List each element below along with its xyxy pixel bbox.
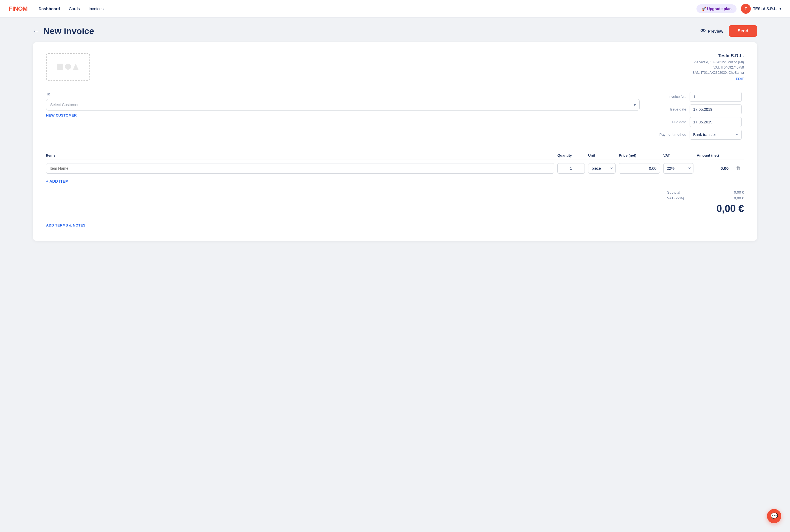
page-title: New invoice: [43, 26, 94, 36]
avatar: T: [741, 4, 751, 14]
eye-icon: 👁: [700, 28, 706, 34]
user-info[interactable]: T TESLA S.R.L. ▾: [741, 4, 781, 14]
item-unit-select[interactable]: piece hour day kg: [588, 163, 616, 174]
svg-point-1: [65, 64, 71, 70]
items-header: Items Quantity Unit Price (net) VAT Amou…: [46, 153, 744, 160]
col-items: Items: [46, 153, 554, 157]
to-label: To: [46, 92, 640, 96]
nav-links: Dashboard Cards Invoices: [38, 6, 104, 11]
item-vat-select[interactable]: 0% 4% 10% 22%: [663, 163, 693, 174]
due-date-input[interactable]: [690, 117, 742, 127]
subtotal-row: Subtotal 0,00 €: [667, 190, 744, 194]
placeholder-icon: [57, 61, 79, 72]
chevron-down-icon: ▾: [779, 7, 781, 11]
add-item-button[interactable]: + ADD ITEM: [46, 179, 69, 184]
col-amount-net: Amount (net): [697, 153, 730, 157]
back-button[interactable]: ←: [33, 27, 39, 35]
preview-button[interactable]: 👁 Preview: [700, 28, 723, 34]
user-name: TESLA S.R.L.: [753, 6, 777, 11]
company-iban: IBAN: IT01LAK2392030, CheBanka: [692, 70, 744, 75]
subtotal-label: Subtotal: [667, 190, 680, 194]
invoice-fields: Invoice No. Issue date Due date Payment …: [651, 92, 744, 142]
invoice-card: Tesla S.R.L. Via Vivaio, 10 - 20122, Mil…: [33, 42, 757, 241]
col-quantity: Quantity: [558, 153, 585, 157]
payment-method-select[interactable]: Bank transfer Cash Credit card PayPal: [690, 130, 742, 139]
item-quantity-input[interactable]: [558, 163, 585, 174]
navbar: FINOM Dashboard Cards Invoices 🚀 Upgrade…: [0, 0, 790, 18]
vat-value: 0,00 €: [734, 196, 744, 200]
navbar-right: 🚀 Upgrade plan T TESLA S.R.L. ▾: [696, 4, 781, 14]
due-date-row: Due date: [651, 117, 744, 127]
nav-dashboard[interactable]: Dashboard: [38, 6, 60, 11]
delete-item-icon[interactable]: 🗑: [733, 165, 744, 171]
item-amount: 0.00: [697, 166, 730, 171]
col-unit: Unit: [588, 153, 616, 157]
preview-label: Preview: [708, 29, 723, 34]
totals-inner: Subtotal 0,00 € VAT (22%) 0,00 € 0,00 €: [667, 190, 744, 214]
payment-method-label: Payment method: [651, 132, 686, 137]
grand-total: 0,00 €: [667, 203, 744, 214]
svg-rect-0: [57, 64, 63, 70]
invoice-mid: To Select Customer ▾ NEW CUSTOMER Invoic…: [46, 92, 744, 142]
terms-notes-link[interactable]: ADD TERMS & NOTES: [46, 223, 86, 227]
chat-button[interactable]: 💬: [767, 509, 781, 523]
new-customer-link[interactable]: NEW CUSTOMER: [46, 113, 640, 117]
nav-invoices[interactable]: Invoices: [89, 6, 104, 11]
logo-upload-area[interactable]: [46, 53, 90, 81]
upgrade-button[interactable]: 🚀 Upgrade plan: [696, 4, 736, 13]
invoice-no-input[interactable]: [690, 92, 742, 102]
payment-method-row: Payment method Bank transfer Cash Credit…: [651, 130, 744, 139]
customer-select[interactable]: Select Customer: [46, 99, 640, 111]
invoice-no-row: Invoice No.: [651, 92, 744, 102]
table-row: piece hour day kg 0% 4% 10% 22% 0.00 🗑: [46, 163, 744, 174]
items-section: Items Quantity Unit Price (net) VAT Amou…: [46, 153, 744, 184]
edit-company-link[interactable]: EDIT: [692, 77, 744, 81]
item-price-input[interactable]: [619, 163, 660, 174]
vat-row: VAT (22%) 0,00 €: [667, 196, 744, 200]
to-section: To Select Customer ▾ NEW CUSTOMER: [46, 92, 640, 142]
company-info: Tesla S.R.L. Via Vivaio, 10 - 20122, Mil…: [692, 53, 744, 81]
company-address: Via Vivaio, 10 - 20122, Milano (MI): [692, 60, 744, 65]
vat-label: VAT (22%): [667, 196, 684, 200]
navbar-left: FINOM Dashboard Cards Invoices: [9, 5, 104, 12]
page-header-right: 👁 Preview Send: [700, 25, 757, 37]
svg-marker-2: [73, 64, 78, 70]
col-price-net: Price (net): [619, 153, 660, 157]
company-name: Tesla S.R.L.: [692, 53, 744, 59]
item-name-input[interactable]: [46, 163, 554, 174]
issue-date-row: Issue date: [651, 104, 744, 114]
brand-logo: FINOM: [9, 5, 27, 12]
send-button[interactable]: Send: [729, 25, 757, 37]
invoice-no-label: Invoice No.: [651, 95, 686, 99]
customer-select-wrapper: Select Customer ▾: [46, 99, 640, 111]
issue-date-input[interactable]: [690, 104, 742, 114]
page-header-left: ← New invoice: [33, 26, 94, 36]
issue-date-label: Issue date: [651, 107, 686, 111]
invoice-top: Tesla S.R.L. Via Vivaio, 10 - 20122, Mil…: [46, 53, 744, 81]
due-date-label: Due date: [651, 120, 686, 124]
subtotal-value: 0,00 €: [734, 190, 744, 194]
chat-icon: 💬: [771, 513, 778, 520]
page-header: ← New invoice 👁 Preview Send: [0, 18, 790, 42]
company-vat: VAT: IT04692740758: [692, 65, 744, 70]
nav-cards[interactable]: Cards: [69, 6, 80, 11]
col-vat: VAT: [663, 153, 693, 157]
totals-section: Subtotal 0,00 € VAT (22%) 0,00 € 0,00 €: [46, 190, 744, 214]
